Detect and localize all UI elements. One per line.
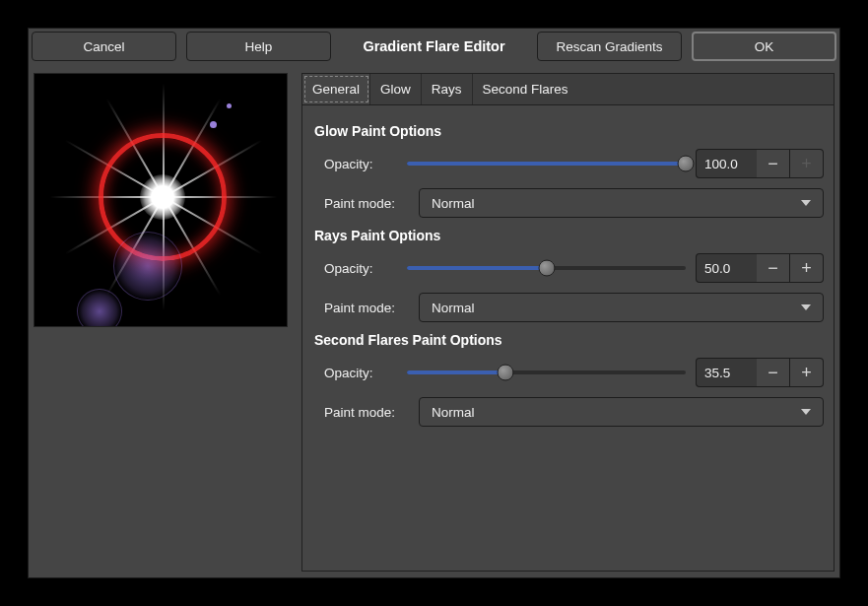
second-opacity-label: Opacity:: [324, 366, 397, 380]
glow-mode-label: Paint mode:: [324, 196, 409, 211]
tab-glow[interactable]: Glow: [370, 74, 422, 104]
rays-mode-value: Normal: [432, 301, 475, 315]
flare-preview: [33, 73, 288, 327]
plus-icon: +: [801, 363, 812, 383]
second-mode-value: Normal: [432, 405, 475, 420]
rays-mode-label: Paint mode:: [324, 301, 409, 315]
second-opacity-input[interactable]: [696, 358, 757, 387]
dialog-title: Gradient Flare Editor: [341, 38, 527, 54]
second-mode-label: Paint mode:: [324, 405, 409, 420]
tab-rays[interactable]: Rays: [422, 74, 473, 104]
glow-mode-value: Normal: [432, 196, 475, 211]
second-opacity-decrement[interactable]: −: [757, 358, 790, 387]
rays-section-title: Rays Paint Options: [314, 228, 824, 243]
tab-second-flares[interactable]: Second Flares: [473, 74, 578, 104]
chevron-down-icon: [801, 200, 811, 206]
tab-general[interactable]: General: [302, 74, 370, 104]
rays-opacity-input[interactable]: [696, 253, 757, 283]
minus-icon: −: [768, 363, 778, 383]
rays-opacity-label: Opacity:: [324, 261, 397, 276]
second-opacity-slider[interactable]: [407, 365, 686, 380]
cancel-button[interactable]: Cancel: [32, 32, 176, 61]
second-opacity-increment[interactable]: +: [790, 358, 824, 387]
gradient-flare-editor-dialog: Cancel Help Gradient Flare Editor Rescan…: [28, 28, 840, 578]
rays-opacity-increment[interactable]: +: [790, 253, 824, 283]
second-mode-select[interactable]: Normal: [419, 397, 824, 427]
minus-icon: −: [768, 258, 778, 279]
rescan-gradients-button[interactable]: Rescan Gradients: [537, 32, 682, 61]
second-flares-section-title: Second Flares Paint Options: [314, 332, 824, 348]
chevron-down-icon: [801, 304, 811, 310]
glow-opacity-increment[interactable]: +: [790, 149, 824, 178]
settings-panel: General Glow Rays Second Flares Glow Pai…: [301, 73, 835, 572]
tab-bar: General Glow Rays Second Flares: [302, 74, 834, 105]
ok-button[interactable]: OK: [692, 32, 836, 61]
help-button[interactable]: Help: [186, 32, 331, 61]
glow-opacity-decrement[interactable]: −: [757, 149, 790, 178]
minus-icon: −: [768, 154, 778, 174]
rays-mode-select[interactable]: Normal: [419, 293, 824, 322]
rays-opacity-slider[interactable]: [407, 260, 686, 276]
glow-mode-select[interactable]: Normal: [419, 188, 824, 218]
rays-opacity-decrement[interactable]: −: [757, 253, 790, 283]
glow-section-title: Glow Paint Options: [314, 123, 824, 139]
plus-icon: +: [801, 258, 812, 279]
dialog-header: Cancel Help Gradient Flare Editor Rescan…: [29, 29, 839, 73]
tab-content-general: Glow Paint Options Opacity: − + Paint mo…: [302, 105, 834, 450]
plus-icon: +: [801, 154, 812, 174]
chevron-down-icon: [801, 409, 811, 415]
glow-opacity-label: Opacity:: [324, 157, 397, 171]
glow-opacity-input[interactable]: [696, 149, 757, 178]
glow-opacity-slider[interactable]: [407, 156, 686, 171]
